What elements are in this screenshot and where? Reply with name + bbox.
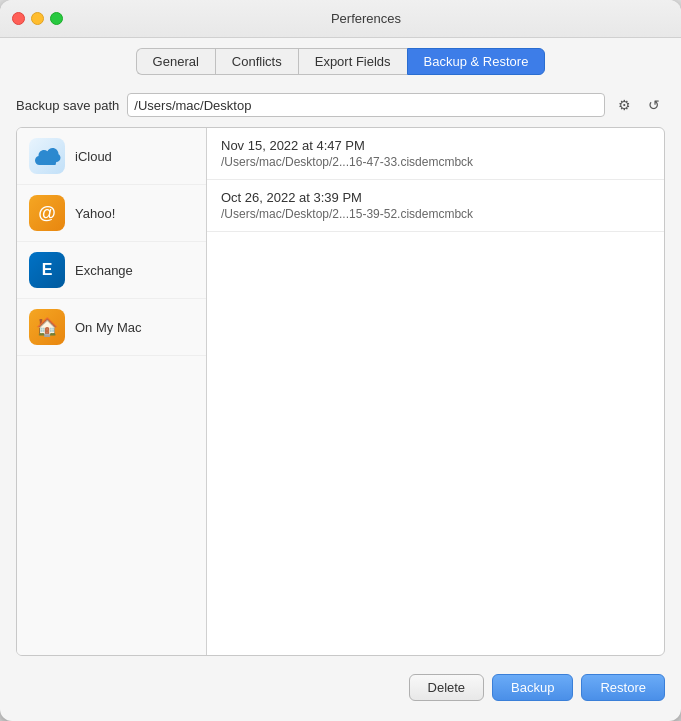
- backup-date-1: Oct 26, 2022 at 3:39 PM: [221, 190, 650, 205]
- window-title: Perferences: [63, 11, 669, 26]
- gear-icon[interactable]: ⚙: [613, 94, 635, 116]
- backup-path-label: Backup save path: [16, 98, 119, 113]
- account-item-exchange[interactable]: E Exchange: [17, 242, 206, 299]
- backup-path-0: /Users/mac/Desktop/2...16-47-33.cisdemcm…: [221, 155, 650, 169]
- content-area: Backup save path ⚙ ↺ iCloud: [0, 83, 681, 721]
- tab-bar: General Conflicts Export Fields Backup &…: [0, 38, 681, 83]
- titlebar: Perferences: [0, 0, 681, 38]
- account-item-icloud[interactable]: iCloud: [17, 128, 206, 185]
- close-button[interactable]: [12, 12, 25, 25]
- reload-icon[interactable]: ↺: [643, 94, 665, 116]
- backups-list: Nov 15, 2022 at 4:47 PM /Users/mac/Deskt…: [207, 128, 664, 655]
- minimize-button[interactable]: [31, 12, 44, 25]
- restore-button[interactable]: Restore: [581, 674, 665, 701]
- account-label-onmymac: On My Mac: [75, 320, 141, 335]
- tab-conflicts[interactable]: Conflicts: [215, 48, 298, 75]
- backup-path-1: /Users/mac/Desktop/2...15-39-52.cisdemcm…: [221, 207, 650, 221]
- exchange-icon: E: [29, 252, 65, 288]
- tab-export-fields[interactable]: Export Fields: [298, 48, 407, 75]
- preferences-window: Perferences General Conflicts Export Fie…: [0, 0, 681, 721]
- account-item-onmymac[interactable]: 🏠 On My Mac: [17, 299, 206, 356]
- backup-entry-0[interactable]: Nov 15, 2022 at 4:47 PM /Users/mac/Deskt…: [207, 128, 664, 180]
- tab-general[interactable]: General: [136, 48, 215, 75]
- backup-entry-1[interactable]: Oct 26, 2022 at 3:39 PM /Users/mac/Deskt…: [207, 180, 664, 232]
- tab-backup-restore[interactable]: Backup & Restore: [407, 48, 546, 75]
- backup-path-row: Backup save path ⚙ ↺: [16, 93, 665, 117]
- account-label-icloud: iCloud: [75, 149, 112, 164]
- delete-button[interactable]: Delete: [409, 674, 485, 701]
- traffic-lights: [12, 12, 63, 25]
- account-label-exchange: Exchange: [75, 263, 133, 278]
- icloud-icon: [29, 138, 65, 174]
- yahoo-icon: @: [29, 195, 65, 231]
- account-item-yahoo[interactable]: @ Yahoo!: [17, 185, 206, 242]
- backup-date-0: Nov 15, 2022 at 4:47 PM: [221, 138, 650, 153]
- accounts-sidebar: iCloud @ Yahoo! E Exchange 🏠: [17, 128, 207, 655]
- backup-button[interactable]: Backup: [492, 674, 573, 701]
- backup-path-input[interactable]: [127, 93, 605, 117]
- maximize-button[interactable]: [50, 12, 63, 25]
- account-label-yahoo: Yahoo!: [75, 206, 115, 221]
- bottom-bar: Delete Backup Restore: [16, 666, 665, 705]
- main-area: iCloud @ Yahoo! E Exchange 🏠: [16, 127, 665, 656]
- onmymac-icon: 🏠: [29, 309, 65, 345]
